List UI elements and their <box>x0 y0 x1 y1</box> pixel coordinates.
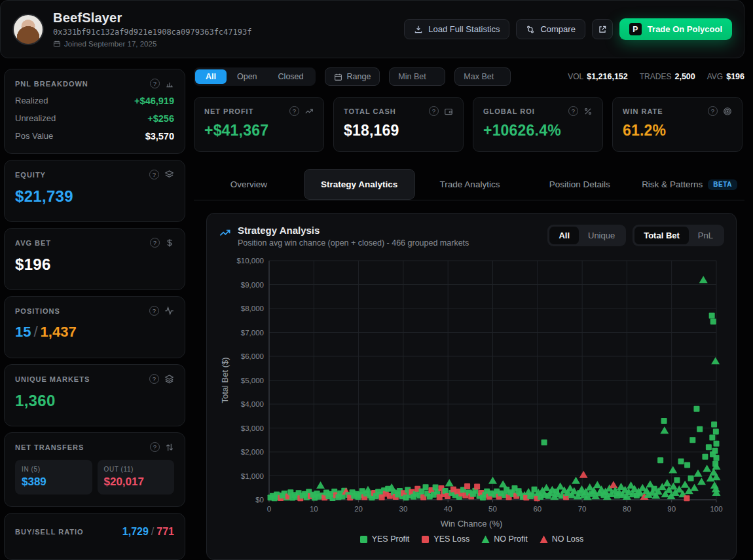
scatter-point-yp <box>711 422 717 428</box>
trade-on-polycool-button[interactable]: P Trade On Polycool <box>619 18 732 40</box>
scatter-point-yp <box>674 477 680 483</box>
legend-square-icon <box>359 535 368 544</box>
external-link-button[interactable] <box>592 19 613 39</box>
help-icon[interactable]: ? <box>289 106 299 116</box>
scatter-point-yp <box>423 484 429 490</box>
total-cash-card: TOTAL CASH ? $18,169 <box>333 97 464 152</box>
buy-sell-title: BUY/SELL RATIO <box>15 528 84 536</box>
segment-all[interactable]: All <box>195 69 227 84</box>
transfers-in-label: IN (5) <box>22 466 86 473</box>
scatter-point-yp <box>712 448 718 454</box>
transfers-out-value: $20,017 <box>104 476 168 489</box>
scatter-point-yp <box>684 462 690 468</box>
layers-icon <box>164 170 174 179</box>
legend-item: YES Loss <box>421 534 469 544</box>
download-icon <box>414 25 423 34</box>
help-icon[interactable]: ? <box>149 170 159 179</box>
scatter-point-np <box>542 484 551 491</box>
x-tick-label: 0 <box>267 505 271 513</box>
positions-card: POSITIONS ? 15/1,437 <box>4 296 185 358</box>
x-tick-label: 80 <box>623 505 631 513</box>
vol-value: $1,216,152 <box>587 72 628 81</box>
y-tick-label: $7,000 <box>241 329 264 337</box>
tab-risk-patterns[interactable]: Risk & PatternsBETA <box>634 169 744 200</box>
scatter-point-np <box>572 477 580 484</box>
avg-value: $196 <box>726 72 744 81</box>
help-icon[interactable]: ? <box>429 106 439 116</box>
transfers-in-value: $389 <box>22 476 86 489</box>
max-bet-field[interactable] <box>454 67 511 86</box>
win-rate-card: WIN RATE ? 61.2% <box>612 97 743 152</box>
buy-sell-value: 1,729/771 <box>122 526 174 538</box>
tab-strategy-analytics[interactable]: Strategy Analytics <box>304 169 415 200</box>
x-tick-label: 40 <box>444 505 452 513</box>
load-full-statistics-button[interactable]: Load Full Statistics <box>404 19 509 39</box>
app-root: BeefSlayer 0x331bf91c132af9d921e1908ca09… <box>0 0 753 560</box>
scatter-point-yp <box>713 428 719 434</box>
equity-card: EQUITY ? $21,739 <box>4 160 185 222</box>
x-tick-label: 50 <box>488 505 497 513</box>
stats-sidebar: PNL BREAKDOWN ? Realized+$46,919 Unreali… <box>4 69 185 560</box>
scatter-point-yp <box>661 418 667 424</box>
x-tick-label: 60 <box>533 505 542 513</box>
y-tick-label: $2,000 <box>241 448 264 456</box>
help-icon[interactable]: ? <box>708 106 718 116</box>
scatter-chart: $0$1,000$2,000$3,000$4,000$5,000$6,000$7… <box>219 254 733 515</box>
activity-icon <box>164 306 174 316</box>
help-icon[interactable]: ? <box>568 106 578 116</box>
trend-up-icon <box>219 227 231 239</box>
min-bet-input[interactable] <box>398 72 436 81</box>
help-icon[interactable]: ? <box>150 238 160 248</box>
legend-square-icon <box>421 535 430 544</box>
range-button[interactable]: Range <box>325 67 380 86</box>
scatter-point-np <box>681 481 689 488</box>
buy-sell-ratio-card: BUY/SELL RATIO 1,729/771 <box>4 513 185 560</box>
pnl-row-label: Pos Value <box>15 131 53 141</box>
filter-bar: All Open Closed Range VOL$1,216,152 TRAD… <box>194 67 744 86</box>
y-tick-label: $4,000 <box>241 400 264 408</box>
scatter-point-np <box>499 480 507 487</box>
y-tick-label: $9,000 <box>241 281 264 289</box>
scatter-point-yp <box>702 454 708 460</box>
scatter-point-yp <box>697 426 703 432</box>
pnl-breakdown-card: PNL BREAKDOWN ? Realized+$46,919 Unreali… <box>4 69 185 154</box>
net-profit-title: NET PROFIT <box>204 107 253 115</box>
beta-badge: BETA <box>708 179 737 190</box>
compare-button[interactable]: Compare <box>516 19 585 39</box>
scatter-point-yp <box>532 487 538 493</box>
help-icon[interactable]: ? <box>150 442 160 452</box>
polycool-logo: P <box>629 23 642 35</box>
bar-chart-icon <box>165 79 174 88</box>
global-roi-value: +10626.4% <box>483 122 593 140</box>
win-rate-title: WIN RATE <box>623 107 663 115</box>
scatter-point-np <box>488 477 497 484</box>
legend-item: YES Profit <box>359 534 410 544</box>
scatter-point-nl <box>579 471 588 478</box>
segment-open[interactable]: Open <box>227 69 268 84</box>
tab-overview[interactable]: Overview <box>194 169 304 200</box>
tab-position-details[interactable]: Position Details <box>524 169 634 200</box>
toggle-unique[interactable]: Unique <box>579 227 624 244</box>
target-icon <box>723 107 732 116</box>
toggle-all[interactable]: All <box>549 227 579 244</box>
pnl-row-label: Unrealized <box>15 113 56 124</box>
scatter-point-yp <box>709 435 715 441</box>
help-icon[interactable]: ? <box>149 374 159 384</box>
legend-label: YES Loss <box>433 534 469 544</box>
help-icon[interactable]: ? <box>150 79 160 88</box>
legend-label: YES Profit <box>372 534 410 544</box>
help-icon[interactable]: ? <box>149 306 159 316</box>
toggle-pnl[interactable]: PnL <box>689 227 722 244</box>
scatter-point-np <box>445 479 454 486</box>
metric-toggle: Total Bet PnL <box>633 225 724 246</box>
scatter-point-yp <box>709 312 715 318</box>
tab-trade-analytics[interactable]: Trade Analytics <box>415 169 525 200</box>
wallet-address: 0x331bf91c132af9d921e1908ca0979363fc4719… <box>53 28 251 37</box>
tab-bar: Overview Strategy Analytics Trade Analyt… <box>194 169 744 200</box>
y-tick-label: $6,000 <box>241 352 264 360</box>
toggle-total-bet[interactable]: Total Bet <box>634 227 689 244</box>
stat-cards-row: NET PROFIT ? +$41,367 TOTAL CASH ? $18,1… <box>194 97 744 152</box>
max-bet-input[interactable] <box>464 72 502 81</box>
min-bet-field[interactable] <box>389 67 445 86</box>
segment-closed[interactable]: Closed <box>268 69 314 84</box>
